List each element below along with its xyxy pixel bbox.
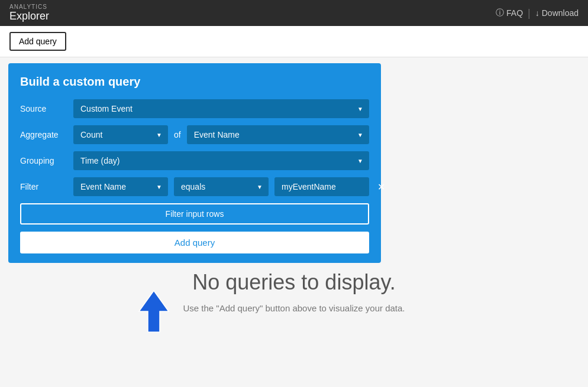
brand-area: ANALYTICS Explorer	[9, 4, 49, 22]
source-select-wrapper: Custom Event	[73, 99, 369, 118]
grouping-row: Grouping Time (day)	[20, 151, 369, 170]
aggregate-select-wrapper: Count	[73, 125, 168, 144]
top-navigation: ANALYTICS Explorer ⓘ FAQ | ↓ Download	[0, 0, 588, 26]
source-row: Source Custom Event	[20, 99, 369, 118]
analytics-label: ANALYTICS	[9, 4, 49, 10]
filter-label: Filter	[20, 182, 67, 191]
filter-field-wrapper: Event Name	[73, 177, 168, 196]
add-query-button[interactable]: Add query	[9, 32, 66, 51]
grouping-label: Grouping	[20, 156, 67, 165]
aggregate-label: Aggregate	[20, 130, 67, 139]
add-query-panel-button[interactable]: Add query	[20, 232, 369, 253]
source-label: Source	[20, 104, 67, 113]
no-queries-subtitle: Use the "Add query" button above to visu…	[183, 303, 405, 313]
filter-operator-wrapper: equals	[174, 177, 269, 196]
filter-row: Filter Event Name equals ✕	[20, 177, 369, 196]
arrow-icon	[130, 288, 177, 335]
query-builder-panel: Build a custom query Source Custom Event…	[8, 63, 381, 263]
of-select[interactable]: Event Name	[187, 125, 369, 144]
download-link[interactable]: ↓ Download	[535, 8, 579, 18]
filter-clear-button[interactable]: ✕	[375, 181, 387, 193]
nav-divider: |	[528, 7, 531, 19]
grouping-select-wrapper: Time (day)	[73, 151, 369, 170]
of-label: of	[174, 130, 181, 139]
source-select[interactable]: Custom Event	[73, 99, 369, 118]
toolbar: Add query	[0, 26, 588, 57]
download-icon: ↓	[535, 8, 539, 18]
faq-link[interactable]: ⓘ FAQ	[496, 8, 523, 18]
main-content: Build a custom query Source Custom Event…	[0, 57, 588, 387]
arrow-indicator	[130, 288, 177, 337]
filter-rows-button[interactable]: Filter input rows	[20, 203, 369, 225]
aggregate-row: Aggregate Count of Event Name	[20, 125, 369, 144]
nav-actions: ⓘ FAQ | ↓ Download	[496, 7, 579, 19]
of-select-wrapper: Event Name	[187, 125, 369, 144]
faq-icon: ⓘ	[496, 8, 504, 18]
filter-value-input[interactable]	[274, 177, 369, 196]
aggregate-select[interactable]: Count	[73, 125, 168, 144]
page-title: Explorer	[9, 10, 49, 22]
no-queries-text: No queries to display.	[192, 270, 396, 295]
query-builder-title: Build a custom query	[20, 75, 369, 89]
svg-marker-0	[139, 291, 169, 332]
grouping-select[interactable]: Time (day)	[73, 151, 369, 170]
filter-operator-select[interactable]: equals	[174, 177, 269, 196]
filter-field-select[interactable]: Event Name	[73, 177, 168, 196]
